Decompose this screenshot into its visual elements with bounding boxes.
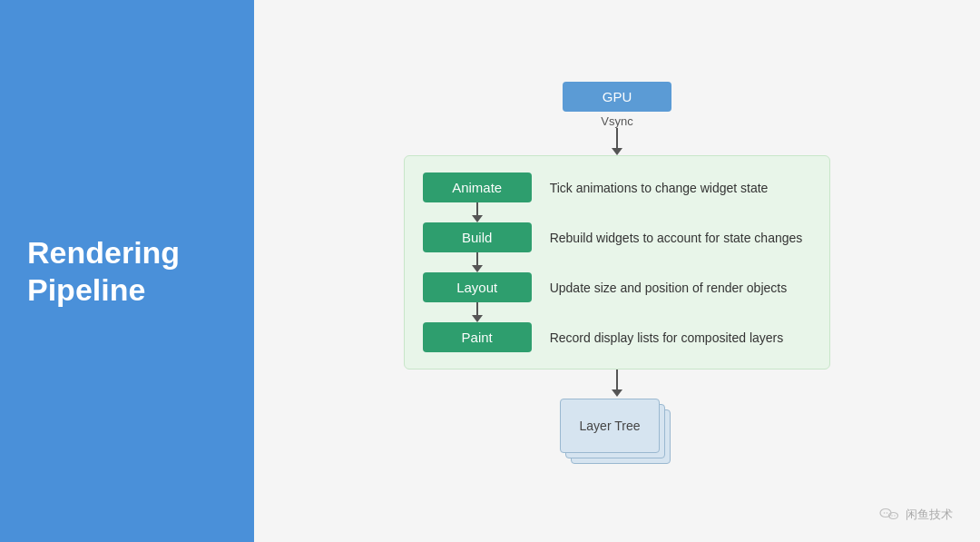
svg-point-4 — [891, 515, 892, 516]
animate-row: Animate Tick animations to change widget… — [423, 172, 769, 202]
left-panel: Rendering Pipeline — [0, 0, 254, 542]
layout-row: Layout Update size and position of rende… — [423, 272, 788, 302]
vsync-connector: Vsync — [601, 112, 632, 155]
layer-tree-wrapper: Layer Tree — [558, 397, 676, 469]
diagram: GPU Vsync Animate Tick animations to cha… — [404, 82, 831, 469]
build-desc: Rebuild widgets to account for state cha… — [550, 231, 803, 245]
green-panel: Animate Tick animations to change widget… — [404, 155, 831, 370]
layout-button: Layout — [423, 272, 532, 302]
layer-tree-label: Layer Tree — [580, 419, 641, 433]
page-title: Rendering Pipeline — [27, 234, 227, 309]
animate-desc: Tick animations to change widget state — [550, 181, 769, 195]
line-to-layer — [616, 370, 618, 389]
arrow-animate-build — [423, 202, 532, 222]
arrow-down-vsync — [612, 148, 622, 155]
gpu-box: GPU — [563, 82, 671, 112]
animate-button: Animate — [423, 172, 532, 202]
svg-point-5 — [894, 515, 895, 516]
right-panel: GPU Vsync Animate Tick animations to cha… — [254, 0, 980, 542]
line-2 — [476, 252, 478, 265]
svg-point-3 — [887, 512, 888, 514]
arrow-to-layer-tree — [612, 370, 622, 397]
arrowhead-2 — [472, 265, 483, 272]
wechat-icon — [878, 504, 900, 526]
arrow-layout-paint — [423, 302, 532, 322]
paint-row: Paint Record display lists for composite… — [423, 322, 784, 352]
arrowhead-3 — [472, 315, 483, 322]
arrowhead-to-layer — [612, 389, 622, 397]
layer-card-front: Layer Tree — [560, 399, 660, 453]
line-1 — [476, 202, 478, 215]
paint-button: Paint — [423, 322, 532, 352]
layout-desc: Update size and position of render objec… — [550, 281, 788, 295]
paint-desc: Record display lists for composited laye… — [550, 330, 784, 345]
build-button: Build — [423, 222, 532, 252]
watermark-text: 闲鱼技术 — [906, 507, 953, 523]
line-3 — [476, 302, 478, 315]
svg-point-2 — [884, 512, 886, 514]
build-row: Build Rebuild widgets to account for sta… — [423, 222, 803, 252]
vsync-label: Vsync — [601, 114, 632, 128]
arrow-build-layout — [423, 252, 532, 272]
svg-point-0 — [880, 509, 891, 517]
arrowhead-1 — [472, 215, 483, 222]
watermark: 闲鱼技术 — [878, 504, 953, 526]
arrow-line-vsync — [616, 128, 618, 148]
